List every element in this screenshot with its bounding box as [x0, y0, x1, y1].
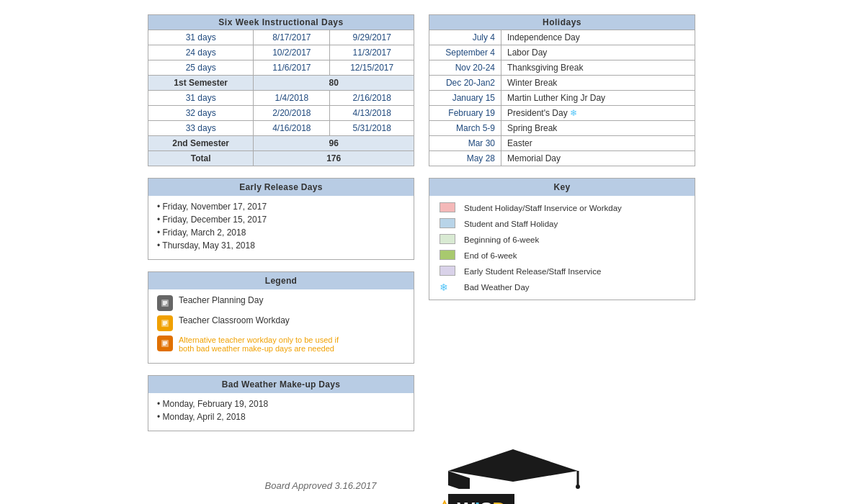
days-cell: 31 days — [148, 91, 254, 106]
days-cell: 31 days — [148, 30, 254, 45]
table-row: 31 days 8/17/2017 9/29/2017 — [148, 30, 414, 45]
legend-title: Legend — [148, 272, 414, 289]
six-week-table-section: Six Week Instructional Days 31 days 8/17… — [148, 14, 414, 166]
legend-section: Legend Teacher Planning Day Teacher Clas… — [148, 271, 414, 364]
key-row: End of 6-week — [435, 248, 689, 264]
key-color-cell: ❄ — [435, 279, 460, 295]
teacher-workday-icon — [157, 315, 173, 331]
total-row: Total 176 — [148, 151, 414, 166]
graduation-cap-icon — [441, 446, 585, 489]
bad-weather-item: • Monday, April 2, 2018 — [157, 412, 405, 422]
holiday-name: Winter Break — [501, 76, 695, 91]
holiday-date: Dec 20-Jan2 — [429, 76, 501, 91]
holiday-date: September 4 — [429, 45, 501, 60]
bad-weather-section: Bad Weather Make-up Days • Monday, Febru… — [148, 375, 414, 431]
key-row: ❄Bad Weather Day — [435, 279, 689, 295]
key-row: Beginning of 6-week — [435, 232, 689, 248]
footer-area: Board Approved 3.16.2017 W I S D — [14, 446, 829, 504]
holiday-date: May 28 — [429, 151, 501, 166]
key-label: Beginning of 6-week — [460, 232, 689, 248]
table-row: 33 days 4/16/2018 5/31/2018 — [148, 121, 414, 136]
start-cell: 1/4/2018 — [254, 91, 330, 106]
key-color-cell — [435, 216, 460, 232]
semester1-row: 1st Semester 80 — [148, 76, 414, 91]
end-cell: 2/16/2018 — [330, 91, 414, 106]
legend-item: Teacher Planning Day — [157, 295, 405, 311]
key-row: Student and Staff Holiday — [435, 216, 689, 232]
key-row: Student Holiday/Staff Inservice or Workd… — [435, 200, 689, 216]
holiday-name: President's Day ❄ — [501, 106, 695, 121]
holidays-title: Holidays — [429, 15, 695, 30]
total-value: 176 — [254, 151, 414, 166]
holidays-row: March 5-9Spring Break — [429, 121, 695, 136]
start-cell: 4/16/2018 — [254, 121, 330, 136]
key-label: End of 6-week — [460, 248, 689, 264]
holidays-row: Dec 20-Jan2Winter Break — [429, 76, 695, 91]
holidays-row: January 15Martin Luther King Jr Day — [429, 91, 695, 106]
holiday-name: Memorial Day — [501, 151, 695, 166]
logo-w: W — [457, 498, 475, 504]
table-row: 31 days 1/4/2018 2/16/2018 — [148, 91, 414, 106]
teacher-planning-icon — [157, 295, 173, 311]
legend-item: Teacher Classroom Workday — [157, 315, 405, 331]
holiday-date: Mar 30 — [429, 136, 501, 151]
end-cell: 9/29/2017 — [330, 30, 414, 45]
end-cell: 11/3/2017 — [330, 45, 414, 60]
key-color-cell — [435, 232, 460, 248]
legend-content: Teacher Planning Day Teacher Classroom W… — [148, 289, 414, 363]
holidays-row: Nov 20-24Thanksgiving Break — [429, 60, 695, 76]
early-release-item: • Thursday, May 31, 2018 — [157, 240, 405, 251]
end-cell: 4/13/2018 — [330, 106, 414, 121]
bad-weather-item: • Monday, February 19, 2018 — [157, 399, 405, 409]
holiday-date: January 15 — [429, 91, 501, 106]
logo-d: D — [493, 498, 507, 504]
holidays-section: Holidays July 4Independence DaySeptember… — [429, 14, 695, 166]
holiday-name: Labor Day — [501, 45, 695, 60]
key-color-cell — [435, 264, 460, 279]
table-row: 32 days 2/20/2018 4/13/2018 — [148, 106, 414, 121]
start-cell: 10/2/2017 — [254, 45, 330, 60]
logo-text-box: W I S D — [448, 494, 514, 504]
holiday-date: March 5-9 — [429, 121, 501, 136]
holiday-date: February 19 — [429, 106, 501, 121]
key-label: Student and Staff Holiday — [460, 216, 689, 232]
semester1-label: 1st Semester — [148, 76, 254, 91]
holiday-name: Spring Break — [501, 121, 695, 136]
days-cell: 25 days — [148, 60, 254, 76]
start-cell: 8/17/2017 — [254, 30, 330, 45]
semester1-total: 80 — [254, 76, 414, 91]
semester2-label: 2nd Semester — [148, 136, 254, 151]
holidays-row: July 4Independence Day — [429, 30, 695, 45]
holidays-row: Mar 30Easter — [429, 136, 695, 151]
wisd-logo: W I S D — [434, 446, 578, 504]
holiday-name: Easter — [501, 136, 695, 151]
holidays-row: February 19President's Day ❄ — [429, 106, 695, 121]
table-row: 25 days 11/6/2017 12/15/2017 — [148, 60, 414, 76]
key-label: Early Student Release/Staff Inservice — [460, 264, 689, 279]
six-week-title: Six Week Instructional Days — [148, 15, 414, 30]
key-color-cell — [435, 200, 460, 216]
early-release-item: • Friday, December 15, 2017 — [157, 215, 405, 225]
holiday-name: Independence Day — [501, 30, 695, 45]
legend-item: Alternative teacher workday only to be u… — [157, 336, 405, 353]
key-content: Student Holiday/Staff Inservice or Workd… — [429, 196, 695, 300]
end-cell: 12/15/2017 — [330, 60, 414, 76]
end-cell: 5/31/2018 — [330, 121, 414, 136]
table-row: 24 days 10/2/2017 11/3/2017 — [148, 45, 414, 60]
bad-weather-title: Bad Weather Make-up Days — [148, 376, 414, 393]
early-release-item: • Friday, March 2, 2018 — [157, 228, 405, 238]
flame-icon — [434, 496, 455, 504]
key-section: Key Student Holiday/Staff Inservice or W… — [429, 178, 695, 300]
key-label: Student Holiday/Staff Inservice or Workd… — [460, 200, 689, 216]
holidays-row: May 28Memorial Day — [429, 151, 695, 166]
legend-alt-text: Alternative teacher workday only to be u… — [179, 336, 339, 353]
key-label: Bad Weather Day — [460, 279, 689, 295]
early-release-section: Early Release Days • Friday, November 17… — [148, 178, 414, 260]
holiday-date: July 4 — [429, 30, 501, 45]
legend-label: Teacher Classroom Workday — [179, 315, 290, 325]
days-cell: 24 days — [148, 45, 254, 60]
svg-marker-12 — [448, 449, 578, 482]
key-color-cell — [435, 248, 460, 264]
early-release-content: • Friday, November 17, 2017 • Friday, De… — [148, 196, 414, 259]
early-release-title: Early Release Days — [148, 179, 414, 196]
